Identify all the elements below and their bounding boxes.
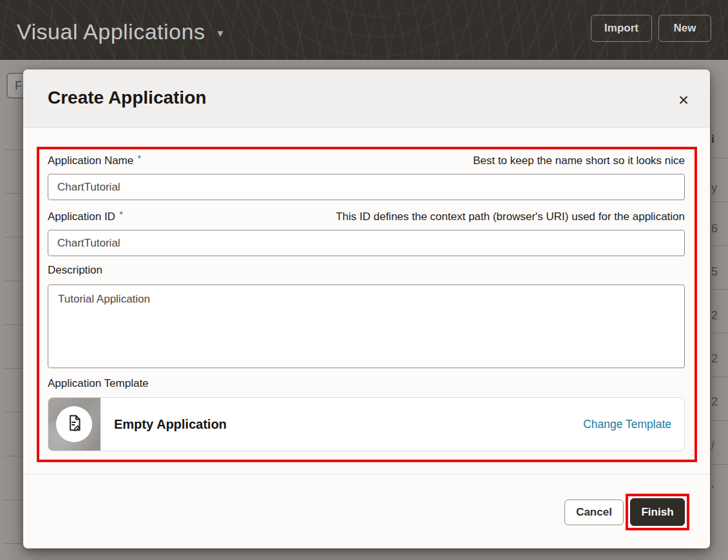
- bg-table-rowline: [711, 377, 728, 377]
- filter-fragment-text: F: [15, 79, 22, 93]
- bg-text-fragment: i: [711, 133, 714, 145]
- screen: F i y 6 5 2 2 2 / ' Visual Applications …: [0, 0, 728, 560]
- import-button[interactable]: Import: [591, 15, 652, 42]
- chevron-down-icon: ▼: [215, 21, 225, 39]
- app-id-label: Application ID: [48, 210, 115, 223]
- bg-text-fragment: 2: [711, 396, 718, 407]
- app-switcher[interactable]: Visual Applications ▼: [17, 0, 225, 60]
- footer-divider: [23, 474, 710, 474]
- bg-table-rowline: [4, 149, 22, 150]
- bg-table-rowline: [711, 201, 728, 202]
- app-id-label-row: Application ID* This ID defines the cont…: [48, 209, 685, 223]
- description-label: Description: [48, 264, 102, 277]
- bg-table-rowline: [4, 281, 22, 281]
- app-name-label: Application Name: [48, 154, 133, 167]
- app-name-hint: Best to keep the name short so it looks …: [473, 154, 685, 167]
- template-label-row: Application Template: [48, 377, 685, 390]
- bg-text-fragment: 2: [711, 353, 718, 364]
- bg-table-rowline: [711, 420, 728, 421]
- close-button[interactable]: ✕: [671, 88, 696, 112]
- dialog-title: Create Application: [48, 88, 206, 108]
- app-title: Visual Applications: [17, 15, 205, 44]
- bg-text-fragment: 5: [711, 266, 718, 277]
- app-name-label-row: Application Name* Best to keep the name …: [48, 153, 685, 167]
- bg-table-rowline: [4, 324, 22, 325]
- new-button[interactable]: New: [658, 15, 711, 42]
- change-template-link[interactable]: Change Template: [583, 418, 671, 431]
- app-id-hint: This ID defines the context path (browse…: [336, 210, 685, 223]
- template-thumbnail: [48, 398, 101, 451]
- template-label: Application Template: [48, 377, 149, 390]
- app-header-bar: Visual Applications ▼ Import New: [0, 0, 728, 60]
- create-application-dialog: Create Application ✕ Application Name* B…: [23, 70, 710, 548]
- bg-table-rowline: [4, 543, 22, 544]
- bg-table-rowline: [711, 464, 728, 465]
- dialog-header: Create Application ✕: [23, 70, 710, 128]
- application-name-input[interactable]: [48, 174, 685, 200]
- template-name: Empty Application: [114, 417, 227, 432]
- bg-table-rowline: [711, 289, 728, 290]
- bg-table-rowline: [711, 245, 728, 246]
- annotation-rect-finish: Finish: [626, 494, 689, 530]
- template-icon-circle: [56, 406, 92, 442]
- bg-text-fragment: y: [711, 182, 717, 194]
- bg-table-rowline: [4, 237, 22, 238]
- template-card: Empty Application Change Template: [48, 397, 685, 451]
- finish-button[interactable]: Finish: [630, 498, 685, 526]
- bg-text-fragment: /: [711, 440, 714, 451]
- bg-table-rowline: [4, 193, 22, 194]
- application-id-input[interactable]: [48, 230, 685, 256]
- bg-table-rowline: [4, 368, 22, 369]
- bg-table-rowline: [711, 333, 728, 333]
- required-asterisk: *: [119, 209, 123, 219]
- bg-table-rowline: [4, 499, 22, 500]
- close-icon: ✕: [678, 93, 689, 107]
- bg-table-rowline: [4, 412, 22, 413]
- cancel-button[interactable]: Cancel: [564, 499, 624, 525]
- bg-text-fragment: ': [711, 484, 713, 496]
- empty-application-icon: [64, 413, 84, 436]
- required-asterisk: *: [137, 153, 141, 163]
- bg-table-rowline: [711, 158, 728, 158]
- bg-text-fragment: 2: [711, 310, 718, 321]
- bg-table-rowline: [4, 456, 22, 456]
- description-textarea[interactable]: Tutorial Application: [48, 285, 685, 368]
- bg-text-fragment: 6: [711, 223, 718, 234]
- description-label-row: Description: [48, 264, 685, 277]
